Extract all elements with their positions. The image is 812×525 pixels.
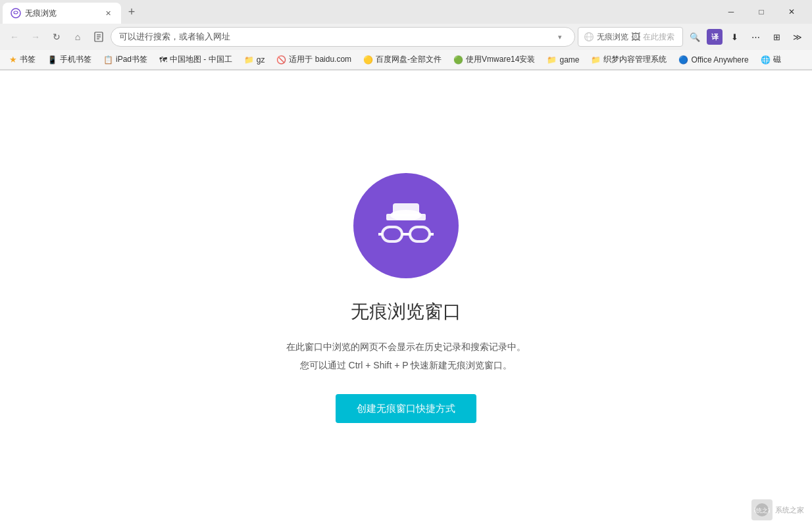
address-chevron: ▾ xyxy=(553,33,567,41)
map-icon: 🗺 xyxy=(159,55,167,64)
page-title: 无痕浏览窗口 xyxy=(351,299,461,324)
new-tab-button[interactable]: + xyxy=(122,3,141,21)
watermark-logo: 系统之家 xyxy=(751,499,773,520)
vmware-icon: 🟢 xyxy=(453,55,463,64)
bookmark-label: 百度网盘-全部文件 xyxy=(376,54,442,65)
bookmark-item-shuqian[interactable]: ★ 书签 xyxy=(4,52,41,68)
bookmark-item-baidu-block[interactable]: 🚫 适用于 baidu.com xyxy=(271,52,357,68)
bookmark-label: 书签 xyxy=(20,54,36,65)
bookmark-item-ipad[interactable]: 📋 iPad书签 xyxy=(98,52,153,68)
watermark: 系统之家 系统之家 xyxy=(751,499,804,520)
svg-point-0 xyxy=(11,9,20,18)
download-button[interactable]: ⬇ xyxy=(725,28,744,46)
bookmarks-bar: ★ 书签 📱 手机书签 📋 iPad书签 🗺 中国地图 - 中国工 📁 gz 🚫… xyxy=(0,50,812,70)
address-bar: ← → ↻ ⌂ 可以进行搜索，或者输入网址 ▾ 无痕浏览 🖼 在此搜索 xyxy=(0,24,812,50)
address-text: 可以进行搜索，或者输入网址 xyxy=(119,31,553,43)
bookmark-item-map[interactable]: 🗺 中国地图 - 中国工 xyxy=(154,52,238,68)
dedecms-folder-icon: 📁 xyxy=(591,55,601,64)
svg-rect-12 xyxy=(382,227,402,241)
bookmark-label: 适用于 baidu.com xyxy=(289,54,351,65)
search-engine-label: 无痕浏览 xyxy=(597,32,628,43)
tab-bar: 无痕浏览 ✕ + ─ □ ✕ xyxy=(0,0,812,24)
more-button[interactable]: ≫ xyxy=(788,28,807,46)
search-input-label: 在此搜索 xyxy=(643,32,674,43)
phone-icon: 📱 xyxy=(47,55,57,64)
search-engine-icon xyxy=(584,32,594,42)
back-button[interactable]: ← xyxy=(5,28,24,46)
page-desc-line1: 在此窗口中浏览的网页不会显示在历史记录和搜索记录中。 xyxy=(286,338,526,356)
page-description: 在此窗口中浏览的网页不会显示在历史记录和搜索记录中。 您可以通过 Ctrl + … xyxy=(286,338,526,374)
bookmark-item-game[interactable]: 📁 game xyxy=(542,52,584,68)
search-engine-icon2: 🖼 xyxy=(631,32,640,42)
page-desc-line2: 您可以通过 Ctrl + Shift + P 快速新建无痕浏览窗口。 xyxy=(286,356,526,374)
bookmark-label: iPad书签 xyxy=(116,54,147,65)
baidu-pan-icon: 🟡 xyxy=(363,55,373,64)
minimize-button[interactable]: ─ xyxy=(716,1,746,22)
game-folder-icon: 📁 xyxy=(547,55,557,64)
folder-icon: 📁 xyxy=(244,55,254,64)
watermark-text: 系统之家 xyxy=(775,505,804,515)
translate-button[interactable]: 译 xyxy=(707,29,723,45)
incognito-svg xyxy=(373,193,439,259)
search-box[interactable]: 无痕浏览 🖼 在此搜索 xyxy=(578,27,683,47)
block-icon: 🚫 xyxy=(276,55,286,64)
bookmark-label: gz xyxy=(257,55,265,64)
svg-text:系统之家: 系统之家 xyxy=(754,507,770,514)
refresh-button[interactable]: ↻ xyxy=(47,28,66,46)
incognito-logo xyxy=(353,173,459,278)
bookmark-item-phone[interactable]: 📱 手机书签 xyxy=(42,52,97,68)
tab-title: 无痕浏览 xyxy=(25,8,99,19)
bookmark-label: 磁 xyxy=(773,54,781,65)
window-controls: ─ □ ✕ xyxy=(716,1,809,22)
svg-rect-13 xyxy=(410,227,430,241)
bookmark-item-dedecms[interactable]: 📁 织梦内容管理系统 xyxy=(586,52,672,68)
bookmark-item-ci[interactable]: 🌐 磁 xyxy=(755,52,786,68)
bookmark-label: 织梦内容管理系统 xyxy=(603,54,667,65)
close-button[interactable]: ✕ xyxy=(776,1,807,22)
address-input[interactable]: 可以进行搜索，或者输入网址 ▾ xyxy=(111,27,575,47)
tab-favicon xyxy=(11,8,21,18)
extensions-button[interactable]: ⊞ xyxy=(767,28,786,46)
menu-button[interactable]: ⋯ xyxy=(746,28,765,46)
bookmarks-panel-button[interactable] xyxy=(89,28,108,46)
main-content: 无痕浏览窗口 在此窗口中浏览的网页不会显示在历史记录和搜索记录中。 您可以通过 … xyxy=(0,70,812,525)
tab-close-button[interactable]: ✕ xyxy=(103,8,113,18)
svg-rect-11 xyxy=(393,203,419,216)
office-icon: 🔵 xyxy=(678,55,688,64)
search-button[interactable]: 🔍 xyxy=(686,28,704,46)
bookmark-label: 手机书签 xyxy=(60,54,91,65)
forward-button[interactable]: → xyxy=(26,28,45,46)
bookmark-label: 使用Vmware14安装 xyxy=(466,54,535,65)
bookmark-label: Office Anywhere xyxy=(691,55,748,64)
bookmark-label: 中国地图 - 中国工 xyxy=(170,54,232,65)
bookmark-item-baidu-pan[interactable]: 🟡 百度网盘-全部文件 xyxy=(358,52,447,68)
bookmark-item-gz[interactable]: 📁 gz xyxy=(239,52,270,68)
globe-icon: 🌐 xyxy=(761,55,771,64)
ipad-icon: 📋 xyxy=(103,55,113,64)
star-icon: ★ xyxy=(9,55,17,64)
active-tab[interactable]: 无痕浏览 ✕ xyxy=(3,3,121,24)
bookmark-item-vmware[interactable]: 🟢 使用Vmware14安装 xyxy=(448,52,540,68)
bookmark-label: game xyxy=(559,55,579,64)
home-button[interactable]: ⌂ xyxy=(68,28,87,46)
create-shortcut-button[interactable]: 创建无痕窗口快捷方式 xyxy=(336,394,476,423)
bookmark-item-office-anywhere[interactable]: 🔵 Office Anywhere xyxy=(673,52,753,68)
svg-point-1 xyxy=(14,11,18,14)
maximize-button[interactable]: □ xyxy=(746,1,776,22)
